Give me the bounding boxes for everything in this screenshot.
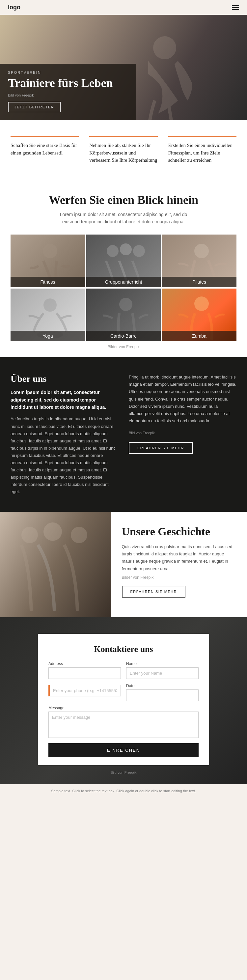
form-group-message: Message <box>48 706 199 738</box>
svg-point-10 <box>21 527 38 543</box>
about-section: Über uns Lorem ipsum dolor sit amet, con… <box>0 357 247 512</box>
about-learn-button[interactable]: ERFAHREN SIE MEHR <box>129 442 193 454</box>
history-image <box>0 512 111 617</box>
form-group-name: Name <box>126 662 199 679</box>
gallery-credit: Bilder von Freepik <box>11 345 236 349</box>
history-image-inner <box>0 512 111 617</box>
svg-point-2 <box>107 245 119 257</box>
svg-point-3 <box>120 243 132 255</box>
logo: logo <box>8 4 21 11</box>
gallery-label-pilates: Pilates <box>162 277 236 287</box>
date-label: Date <box>126 684 199 688</box>
feature-text-2: Nehmen Sie ab, stärken Sie Ihr Körperbew… <box>89 142 158 164</box>
hero-credit: Bild von Freepik <box>8 93 128 97</box>
about-left: Über uns Lorem ipsum dolor sit amet, con… <box>11 374 118 495</box>
form-group-address: Address <box>48 662 121 679</box>
address-label: Address <box>48 662 121 666</box>
gallery-item-pilates[interactable]: Pilates <box>162 235 236 287</box>
about-body: Ac faucibus turpis in in bibendum augue.… <box>11 415 118 495</box>
history-credit: Bilder von Freepik <box>122 575 237 580</box>
form-row-address-name: Address Name <box>48 662 199 679</box>
svg-point-8 <box>119 298 132 311</box>
hamburger-line-1 <box>232 5 239 6</box>
gallery-item-group[interactable]: Gruppenunterricht <box>86 235 161 287</box>
gallery-label-yoga: Yoga <box>11 331 85 341</box>
gallery-label-group: Gruppenunterricht <box>86 277 161 287</box>
hero-overlay: SPORTVEREIN Trainiere fürs Leben Bild vo… <box>0 64 136 120</box>
address-input[interactable] <box>48 667 121 679</box>
contact-title: Kontaktiere uns <box>48 644 199 654</box>
svg-point-6 <box>43 298 57 312</box>
hamburger-line-3 <box>232 9 239 10</box>
hero-label: SPORTVEREIN <box>8 70 128 75</box>
features-section: Schaffen Sie eine starke Basis für einen… <box>0 120 247 180</box>
svg-point-4 <box>133 245 145 257</box>
history-content: Unsere Geschichte Quis viverra nibh cras… <box>111 512 247 617</box>
gallery-title: Werfen Sie einen Blick hinein <box>11 193 236 207</box>
gallery-item-yoga[interactable]: Yoga <box>11 289 85 341</box>
hamburger-line-2 <box>232 7 239 8</box>
history-section: Unsere Geschichte Quis viverra nibh cras… <box>0 512 247 617</box>
feature-text-3: Erstellen Sie einen individuellen Fitnes… <box>168 142 236 164</box>
message-textarea[interactable] <box>48 711 199 738</box>
gallery-label-fitness: Fitness <box>11 277 85 287</box>
history-learn-button[interactable]: ERFAHREN SIE MEHR <box>122 586 186 598</box>
history-text: Quis viverra nibh cras pulvinar mattis n… <box>122 543 237 572</box>
svg-point-0 <box>153 36 176 59</box>
name-input[interactable] <box>126 667 199 679</box>
gallery-item-zumba[interactable]: Zumba <box>162 289 236 341</box>
footer: Sample text. Click to select the text bo… <box>0 784 247 798</box>
gallery-item-cardio[interactable]: Cardio-Barre <box>86 289 161 341</box>
contact-section: Kontaktiere uns Address Name Date Messag… <box>0 617 247 784</box>
header: logo <box>0 0 247 15</box>
phone-input[interactable] <box>48 685 121 696</box>
gallery-item-fitness[interactable]: Fitness <box>11 235 85 287</box>
svg-point-9 <box>194 296 209 311</box>
hero-title: Trainiere fürs Leben <box>8 76 128 90</box>
submit-button[interactable]: EINREICHEN <box>48 743 199 757</box>
feature-item-3: Erstellen Sie einen individuellen Fitnes… <box>168 136 236 164</box>
about-right: Fringilla ut morbi tincidunt augue inter… <box>129 374 236 495</box>
about-credit: Bild von Freepik <box>129 430 236 436</box>
message-label: Message <box>48 706 199 710</box>
about-intro: Lorem ipsum dolor sit amet, consectetur … <box>11 389 118 411</box>
hero-cta-button[interactable]: JETZT BEITRETEN <box>8 102 61 112</box>
hamburger-menu[interactable] <box>232 5 239 10</box>
hero-section: SPORTVEREIN Trainiere fürs Leben Bild vo… <box>0 15 247 120</box>
gallery-subtitle: Lorem ipsum dolor sit amet, consectetur … <box>54 211 193 226</box>
history-title: Unsere Geschichte <box>122 525 237 539</box>
gallery-section: Werfen Sie einen Blick hinein Lorem ipsu… <box>0 180 247 357</box>
svg-point-5 <box>194 244 209 258</box>
contact-card: Kontaktiere uns Address Name Date Messag… <box>38 634 209 765</box>
gallery-label-zumba: Zumba <box>162 331 236 341</box>
date-input[interactable] <box>126 689 199 701</box>
contact-bg-credit: Bild von Freepik <box>8 770 239 775</box>
about-right-text: Fringilla ut morbi tincidunt augue inter… <box>129 374 236 425</box>
form-group-date: Date <box>126 684 199 701</box>
gallery-label-cardio: Cardio-Barre <box>86 331 161 341</box>
svg-point-1 <box>43 244 57 258</box>
svg-point-12 <box>71 527 87 543</box>
feature-item-1: Schaffen Sie eine starke Basis für einen… <box>11 136 79 164</box>
form-row-phone-date: Date <box>48 684 199 701</box>
gallery-grid: Fitness Gruppenunterricht <box>11 235 236 341</box>
feature-text-1: Schaffen Sie eine starke Basis für einen… <box>11 142 79 156</box>
form-group-phone <box>48 684 121 701</box>
svg-point-11 <box>43 522 62 541</box>
footer-text: Sample text. Click to select the text bo… <box>8 788 239 794</box>
name-label: Name <box>126 662 199 666</box>
feature-item-2: Nehmen Sie ab, stärken Sie Ihr Körperbew… <box>89 136 158 164</box>
about-title: Über uns <box>11 374 118 384</box>
